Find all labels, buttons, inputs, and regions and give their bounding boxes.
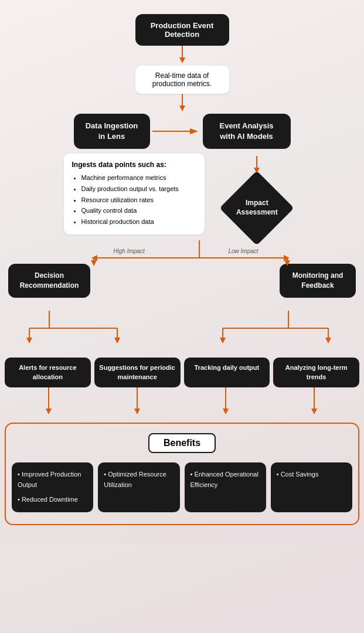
benefit-2-box: • Optimized Resource Utilization <box>98 462 179 512</box>
branch-arrows-svg <box>0 311 364 358</box>
analyzing-box: Analyzing long-term trends <box>273 358 359 387</box>
svg-marker-42 <box>220 338 226 343</box>
ingests-list: Machine performance metricsDaily product… <box>72 172 196 227</box>
ingest-item: Daily production output vs. targets <box>81 183 196 195</box>
svg-marker-15 <box>179 57 185 63</box>
realtime-data-box: Real-time data of production metrics. <box>135 66 229 94</box>
to-benefits-arrows <box>0 387 364 423</box>
tracking-box: Tracking daily output <box>184 358 270 387</box>
ingest-item: Quality control data <box>81 205 196 216</box>
production-event-box: Production Event Detection <box>135 14 229 46</box>
svg-marker-36 <box>26 338 32 343</box>
svg-text:Low Impact: Low Impact <box>228 248 258 254</box>
alerts-box: Alerts for resource allocation <box>5 358 91 387</box>
svg-marker-44 <box>325 338 331 343</box>
arrow-v2 <box>176 94 188 114</box>
ingest-item: Machine performance metrics <box>81 172 196 183</box>
ingests-data-box: Ingests data points such as: Machine per… <box>64 154 205 234</box>
data-ingestion-box: Data Ingestion in Lens <box>74 114 150 149</box>
benefit-1-box: • Improved Production Output • Reduced D… <box>12 462 93 512</box>
arrow-h1 <box>150 124 203 138</box>
svg-marker-17 <box>179 106 185 111</box>
benefit-4-box: • Cost Savings <box>271 462 352 512</box>
svg-marker-38 <box>114 338 120 343</box>
benefits-title: Benefits <box>148 433 216 453</box>
arrow-v1 <box>176 46 188 66</box>
svg-marker-19 <box>190 128 198 134</box>
event-analysis-box: Event Analysis with AI Models <box>203 114 291 149</box>
benefit-3-box: • Enhanced Operational Efficiency <box>185 462 266 512</box>
svg-marker-30 <box>91 260 97 266</box>
impact-assessment-diamond: Impact Assessment <box>219 171 294 246</box>
svg-marker-48 <box>134 409 140 414</box>
svg-marker-46 <box>46 409 52 414</box>
svg-marker-50 <box>223 409 229 414</box>
suggestions-box: Suggestions for periodic maintenance <box>94 358 181 387</box>
impact-arrows-svg: High Impact Low Impact <box>0 240 364 311</box>
svg-text:High Impact: High Impact <box>113 248 145 254</box>
svg-marker-32 <box>284 260 290 266</box>
ingests-header: Ingests data points such as: <box>72 161 196 169</box>
ingest-item: Historical production data <box>81 216 196 227</box>
svg-marker-52 <box>311 409 317 414</box>
ingest-item: Resource utilization rates <box>81 195 196 206</box>
